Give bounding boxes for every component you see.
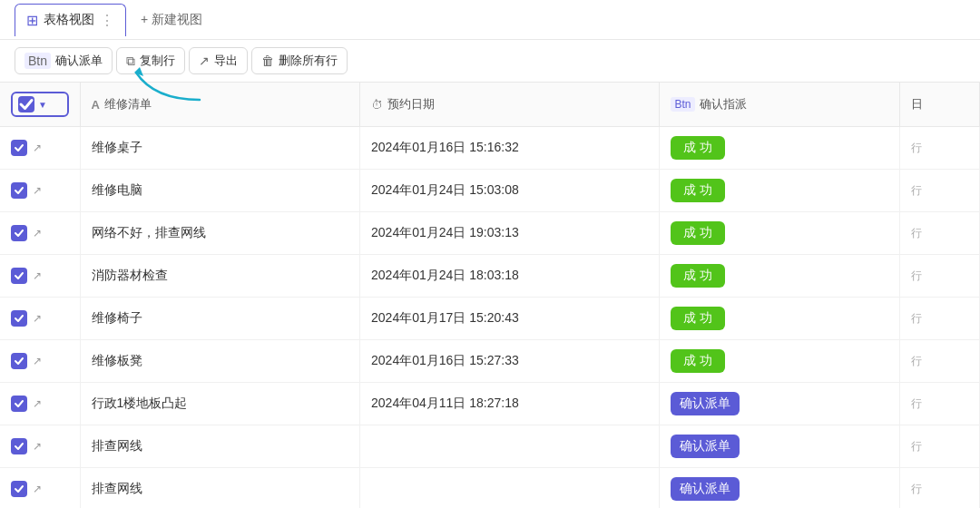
header-action-col: 日: [899, 83, 979, 127]
header-confirm-col: Btn 确认指派 ⋮⋮⋮: [660, 83, 899, 127]
row-date-cell: 2024年04月11日 18:27:18: [360, 383, 660, 425]
row-status-cell: 成 功: [660, 212, 899, 255]
status-badge-success: 成 功: [671, 264, 725, 288]
date-col-label: 预约日期: [387, 96, 435, 112]
row-checkbox-cell: ↗: [0, 298, 80, 340]
expand-icon[interactable]: ↗: [33, 483, 42, 495]
header-repair-col: A 维修清单 ⋮⋮⋮: [80, 83, 359, 127]
confirm-dispatch-label: 确认派单: [55, 53, 103, 69]
export-label: 导出: [214, 53, 238, 69]
row-action-cell: 行: [899, 425, 979, 468]
expand-icon[interactable]: ↗: [33, 397, 42, 410]
table-wrapper: ▼ A 维修清单 ⋮⋮⋮: [0, 83, 980, 508]
delete-icon: 🗑: [261, 54, 274, 68]
status-badge-confirm[interactable]: 确认派单: [671, 392, 740, 415]
row-checkbox-cell: ↗: [0, 425, 80, 468]
row-date-cell: 2024年01月17日 15:20:43: [360, 298, 660, 340]
row-checkbox[interactable]: [11, 438, 27, 454]
row-date-cell: 2024年01月24日 18:03:18: [360, 255, 660, 298]
row-date-cell: 2024年01月24日 19:03:13: [360, 212, 660, 255]
row-status-cell: 成 功: [660, 170, 899, 212]
table-header-row: ▼ A 维修清单 ⋮⋮⋮: [0, 83, 980, 127]
row-status-cell: 确认派单: [660, 425, 899, 468]
row-date-cell: [360, 425, 660, 468]
row-repair-cell: 维修桌子: [80, 127, 359, 170]
row-status-cell: 确认派单: [660, 383, 899, 425]
confirm-dispatch-button[interactable]: Btn 确认派单: [15, 47, 113, 74]
delete-all-button[interactable]: 🗑 删除所有行: [251, 47, 348, 74]
expand-icon[interactable]: ↗: [33, 227, 42, 239]
table-row: ↗ 维修椅子2024年01月17日 15:20:43成 功行: [0, 298, 980, 340]
status-badge-confirm[interactable]: 确认派单: [671, 435, 740, 458]
export-button[interactable]: ↗ 导出: [189, 47, 248, 74]
repair-col-icon: A: [92, 98, 100, 112]
row-action-cell: 行: [899, 127, 979, 170]
header-dropdown-icon[interactable]: ▼: [38, 100, 47, 110]
status-badge-success: 成 功: [671, 179, 725, 202]
row-action-cell: 行: [899, 298, 979, 340]
table-row: ↗ 行政1楼地板凸起2024年04月11日 18:27:18确认派单行: [0, 383, 980, 425]
header-checkbox-area[interactable]: ▼: [11, 92, 69, 117]
table-row: ↗ 维修板凳2024年01月16日 15:27:33成 功行: [0, 340, 980, 383]
row-checkbox[interactable]: [11, 396, 27, 412]
tab-table-label: 表格视图: [44, 12, 94, 28]
row-date-cell: 2024年01月16日 15:16:32: [360, 127, 660, 170]
table-row: ↗ 维修桌子2024年01月16日 15:16:32成 功行: [0, 127, 980, 170]
row-checkbox-cell: ↗: [0, 255, 80, 298]
confirm-col-label: 确认指派: [700, 96, 747, 112]
row-repair-cell: 网络不好，排查网线: [80, 212, 359, 255]
expand-icon[interactable]: ↗: [33, 312, 42, 325]
expand-icon[interactable]: ↗: [33, 440, 42, 453]
row-checkbox-cell: ↗: [0, 212, 80, 255]
tab-new-view[interactable]: + 新建视图: [130, 5, 213, 35]
copy-row-label: 复制行: [140, 53, 175, 69]
header-checkbox-col: ▼: [0, 83, 80, 127]
row-status-cell: 确认派单: [660, 468, 899, 509]
date-col-icon: ⏱: [371, 98, 383, 112]
btn-icon: Btn: [24, 53, 51, 69]
confirm-col-icon: Btn: [671, 97, 694, 112]
row-checkbox[interactable]: [11, 140, 27, 156]
table-row: ↗ 排查网线确认派单行: [0, 468, 980, 509]
status-badge-confirm[interactable]: 确认派单: [671, 477, 740, 501]
table-row: ↗ 维修电脑2024年01月24日 15:03:08成 功行: [0, 170, 980, 212]
table-row: ↗ 网络不好，排查网线2024年01月24日 19:03:13成 功行: [0, 212, 980, 255]
row-repair-cell: 维修板凳: [80, 340, 359, 383]
row-action-cell: 行: [899, 340, 979, 383]
row-action-cell: 行: [899, 468, 979, 509]
header-checkbox[interactable]: [18, 96, 34, 112]
expand-icon[interactable]: ↗: [33, 184, 42, 197]
row-checkbox-cell: ↗: [0, 383, 80, 425]
row-checkbox[interactable]: [11, 268, 27, 284]
export-icon: ↗: [199, 54, 210, 68]
row-action-cell: 行: [899, 212, 979, 255]
row-repair-cell: 维修电脑: [80, 170, 359, 212]
row-status-cell: 成 功: [660, 298, 899, 340]
row-checkbox[interactable]: [11, 225, 27, 241]
status-badge-success: 成 功: [671, 221, 725, 245]
row-action-cell: 行: [899, 170, 979, 212]
main-table: ▼ A 维修清单 ⋮⋮⋮: [0, 83, 980, 508]
row-checkbox[interactable]: [11, 310, 27, 327]
table-row: ↗ 排查网线确认派单行: [0, 425, 980, 468]
tab-table-view[interactable]: ⊞ 表格视图 ⋮: [15, 4, 126, 36]
expand-icon[interactable]: ↗: [33, 355, 42, 367]
row-checkbox[interactable]: [11, 481, 27, 497]
row-checkbox[interactable]: [11, 353, 27, 369]
table-row: ↗ 消防器材检查2024年01月24日 18:03:18成 功行: [0, 255, 980, 298]
toolbar: Btn 确认派单 ⧉ 复制行 ↗ 导出 🗑 删除所有行: [0, 40, 980, 83]
action-col-label: 日: [911, 96, 923, 112]
expand-icon[interactable]: ↗: [33, 142, 42, 154]
header-date-col: ⏱ 预约日期 ⋮⋮⋮: [360, 83, 660, 127]
row-date-cell: [360, 468, 660, 509]
row-status-cell: 成 功: [660, 127, 899, 170]
repair-col-label: 维修清单: [104, 96, 152, 112]
row-repair-cell: 排查网线: [80, 468, 359, 509]
row-checkbox-cell: ↗: [0, 127, 80, 170]
row-status-cell: 成 功: [660, 255, 899, 298]
copy-row-button[interactable]: ⧉ 复制行: [116, 47, 185, 74]
row-repair-cell: 行政1楼地板凸起: [80, 383, 359, 425]
expand-icon[interactable]: ↗: [33, 269, 42, 282]
row-checkbox[interactable]: [11, 182, 27, 199]
row-checkbox-cell: ↗: [0, 468, 80, 509]
